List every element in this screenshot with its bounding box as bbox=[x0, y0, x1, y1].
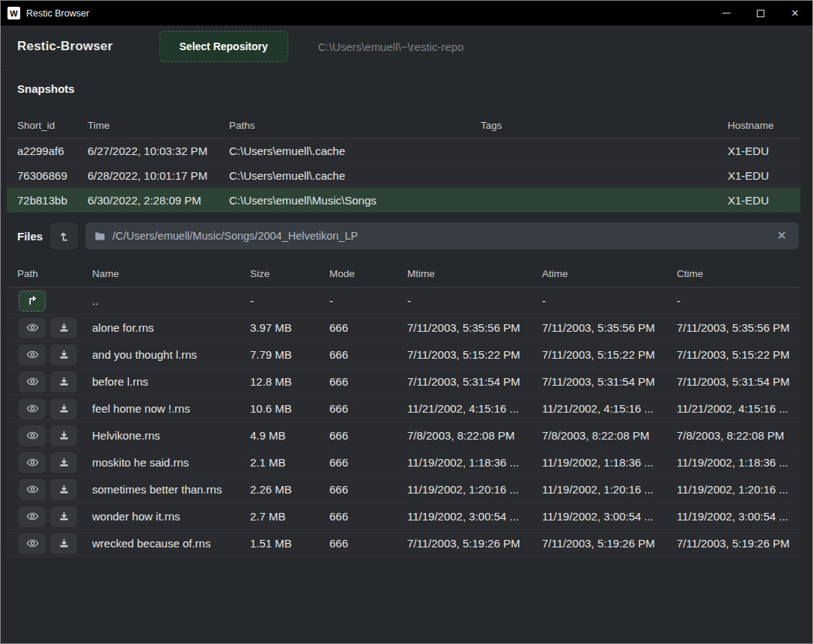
preview-button[interactable] bbox=[19, 506, 46, 527]
download-icon bbox=[58, 511, 70, 522]
snapshot-short-id: 72b813bb bbox=[7, 194, 77, 207]
file-size: 2.26 MB bbox=[240, 483, 319, 496]
col-ctime: Ctime bbox=[666, 268, 800, 279]
download-icon bbox=[58, 538, 70, 549]
select-repository-button[interactable]: Select Repository bbox=[159, 31, 288, 62]
file-mtime: 11/19/2002, 1:18:36 ... bbox=[397, 456, 532, 469]
file-mode: 666 bbox=[319, 321, 397, 334]
preview-button[interactable] bbox=[19, 371, 46, 392]
file-size: - bbox=[240, 294, 319, 307]
close-button[interactable]: ✕ bbox=[778, 1, 812, 25]
eye-icon bbox=[26, 537, 39, 550]
file-mode: 666 bbox=[319, 510, 397, 523]
snapshots-table: Short_id Time Paths Tags Hostname a2299a… bbox=[7, 104, 800, 213]
file-size: 10.6 MB bbox=[240, 402, 319, 415]
file-mtime: 11/19/2002, 3:00:54 ... bbox=[397, 510, 532, 523]
file-actions bbox=[7, 425, 82, 446]
file-row: before l.rns 12.8 MB 666 7/11/2003, 5:31… bbox=[7, 368, 800, 395]
files-toolbar: Files /C/Users/emuell/Music/Songs/2004_H… bbox=[1, 213, 812, 258]
open-parent-button[interactable] bbox=[19, 291, 46, 312]
file-row: feel home now !.rns 10.6 MB 666 11/21/20… bbox=[7, 395, 800, 422]
preview-button[interactable] bbox=[19, 533, 46, 554]
snapshot-row[interactable]: a2299af6 6/27/2022, 10:03:32 PM C:\Users… bbox=[7, 139, 800, 163]
file-actions bbox=[7, 371, 82, 392]
file-row: Helvikone.rns 4.9 MB 666 7/8/2003, 8:22:… bbox=[7, 422, 800, 449]
file-row: sometimes better than.rns 2.26 MB 666 11… bbox=[7, 476, 800, 503]
restore-button[interactable] bbox=[50, 344, 77, 365]
file-ctime: 7/11/2003, 5:35:56 PM bbox=[666, 321, 800, 334]
eye-icon bbox=[26, 429, 39, 442]
preview-button[interactable] bbox=[19, 398, 46, 419]
file-row: alone for.rns 3.97 MB 666 7/11/2003, 5:3… bbox=[7, 315, 800, 341]
file-ctime: 7/8/2003, 8:22:08 PM bbox=[666, 429, 800, 442]
col-short-id: Short_id bbox=[7, 120, 77, 131]
parent-dir-row[interactable]: .. - - - - - bbox=[7, 288, 800, 315]
preview-button[interactable] bbox=[19, 318, 46, 338]
file-atime: 11/19/2002, 1:20:16 ... bbox=[532, 483, 666, 496]
file-size: 4.9 MB bbox=[240, 429, 319, 442]
file-actions bbox=[7, 452, 82, 473]
clear-path-button[interactable]: ✕ bbox=[774, 228, 790, 243]
window-title: Restic Browser bbox=[26, 8, 709, 19]
minimize-icon bbox=[722, 13, 731, 13]
preview-button[interactable] bbox=[19, 344, 46, 365]
file-atime: 11/21/2002, 4:15:16 ... bbox=[532, 402, 666, 415]
file-atime: 7/8/2003, 8:22:08 PM bbox=[532, 429, 666, 442]
file-ctime: 11/21/2002, 4:15:16 ... bbox=[666, 402, 800, 415]
preview-button[interactable] bbox=[19, 452, 46, 473]
current-path-bar[interactable]: /C/Users/emuell/Music/Songs/2004_Helveti… bbox=[85, 222, 799, 249]
col-name: Name bbox=[82, 268, 240, 279]
file-ctime: 7/11/2003, 5:19:26 PM bbox=[666, 537, 800, 550]
file-row: and you thought l.rns 7.79 MB 666 7/11/2… bbox=[7, 341, 800, 368]
file-atime: 7/11/2003, 5:19:26 PM bbox=[532, 537, 666, 550]
file-ctime: 7/11/2003, 5:15:22 PM bbox=[666, 348, 800, 361]
file-actions bbox=[7, 318, 82, 338]
snapshot-row-selected[interactable]: 72b813bb 6/30/2022, 2:28:09 PM C:\Users\… bbox=[7, 188, 800, 213]
app-window: W Restic Browser ✕ Restic-Browser Select… bbox=[0, 0, 813, 644]
restore-button[interactable] bbox=[50, 533, 77, 554]
eye-icon bbox=[26, 321, 39, 334]
restore-button[interactable] bbox=[50, 452, 77, 473]
eye-icon bbox=[26, 348, 39, 361]
download-icon bbox=[58, 457, 70, 468]
go-up-button[interactable] bbox=[50, 222, 78, 249]
file-mtime: 7/11/2003, 5:15:22 PM bbox=[397, 348, 532, 361]
restore-button[interactable] bbox=[50, 318, 77, 338]
file-actions bbox=[7, 533, 82, 554]
restore-button[interactable] bbox=[50, 398, 77, 419]
file-mode: 666 bbox=[319, 348, 397, 361]
restore-button[interactable] bbox=[50, 479, 77, 500]
file-name: feel home now !.rns bbox=[82, 402, 240, 415]
file-mode: 666 bbox=[319, 429, 397, 442]
download-icon bbox=[58, 403, 70, 414]
file-name: alone for.rns bbox=[82, 321, 240, 334]
file-size: 2.7 MB bbox=[240, 510, 319, 523]
file-size: 7.79 MB bbox=[240, 348, 319, 361]
minimize-button[interactable] bbox=[709, 1, 743, 25]
snapshot-row[interactable]: 76306869 6/28/2022, 10:01:17 PM C:\Users… bbox=[7, 163, 800, 188]
restore-button[interactable] bbox=[50, 371, 77, 392]
eye-icon bbox=[26, 456, 39, 469]
snapshot-short-id: 76306869 bbox=[7, 169, 77, 182]
preview-button[interactable] bbox=[19, 425, 46, 446]
file-ctime: - bbox=[666, 294, 800, 307]
col-hostname: Hostname bbox=[717, 120, 800, 131]
restore-button[interactable] bbox=[50, 425, 77, 446]
file-mtime: 11/19/2002, 1:20:16 ... bbox=[397, 483, 532, 496]
maximize-button[interactable] bbox=[743, 1, 778, 25]
app-icon: W bbox=[7, 7, 20, 19]
file-ctime: 11/19/2002, 1:20:16 ... bbox=[666, 483, 800, 496]
window-controls: ✕ bbox=[709, 1, 812, 25]
restore-button[interactable] bbox=[50, 506, 77, 527]
file-mode: - bbox=[319, 294, 397, 307]
files-table: Path Name Size Mode Mtime Atime Ctime ..… bbox=[7, 258, 800, 557]
current-path-value: /C/Users/emuell/Music/Songs/2004_Helveti… bbox=[112, 230, 767, 242]
snapshot-hostname: X1-EDU bbox=[717, 169, 800, 182]
file-ctime: 11/19/2002, 3:00:54 ... bbox=[666, 510, 800, 523]
file-atime: 7/11/2003, 5:15:22 PM bbox=[532, 348, 666, 361]
preview-button[interactable] bbox=[19, 479, 46, 500]
file-size: 1.51 MB bbox=[240, 537, 319, 550]
snapshot-time: 6/27/2022, 10:03:32 PM bbox=[77, 145, 219, 157]
eye-icon bbox=[26, 402, 39, 415]
file-name: moskito he said.rns bbox=[82, 456, 240, 469]
